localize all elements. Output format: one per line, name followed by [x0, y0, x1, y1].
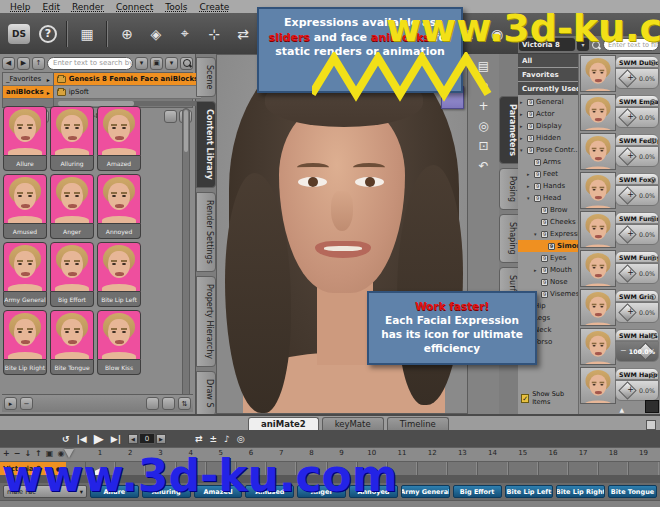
toolbar-tool-icon[interactable]: ⌖: [175, 24, 195, 44]
aniblock-button[interactable]: Annoyed: [349, 485, 398, 498]
track-cell[interactable]: [628, 462, 658, 475]
track-cell[interactable]: [145, 462, 175, 475]
tree-item[interactable]: ▸ 9 Hidden: [518, 132, 578, 144]
track-cell[interactable]: [417, 462, 447, 475]
toolbar-tool-icon[interactable]: ⇄: [233, 24, 253, 44]
frame-prev-button[interactable]: ◀: [128, 434, 138, 444]
track-cell[interactable]: [85, 462, 115, 475]
right-dock-tab[interactable]: Parameters: [499, 96, 519, 164]
slider-track[interactable]: − + 0.0%: [615, 263, 659, 284]
folder-item[interactable]: ipSoft: [54, 86, 202, 99]
left-dock-tab[interactable]: Render Settings: [196, 192, 216, 272]
increment-icon[interactable]: +: [627, 190, 634, 199]
nav-forward-button[interactable]: ▶: [17, 57, 30, 70]
left-dock-tab[interactable]: Draw S: [196, 371, 216, 416]
toolbar-tool-icon[interactable]: ⊹: [204, 24, 224, 44]
tree-item[interactable]: ▸ 9 Actor: [518, 108, 578, 120]
toolbar-tool-icon[interactable]: ◈: [146, 24, 166, 44]
expand-icon[interactable]: ▸: [520, 99, 525, 105]
deck-options-button[interactable]: [646, 420, 656, 430]
left-dock-tab[interactable]: Content Library: [196, 101, 216, 188]
track-cell[interactable]: [206, 462, 236, 475]
expression-thumbnail[interactable]: Army General: [3, 242, 47, 307]
help-icon[interactable]: ?: [39, 25, 57, 43]
expand-icon[interactable]: ▸: [527, 171, 532, 177]
right-dock-tab[interactable]: Posing: [499, 168, 519, 210]
expression-thumbnail[interactable]: Big Effort: [50, 242, 94, 307]
view-mode-button[interactable]: ▣: [150, 57, 163, 70]
expression-thumbnail[interactable]: Bite Lip Left: [97, 242, 141, 307]
toolbar-tool-icon[interactable]: ⊕: [117, 24, 137, 44]
content-remove-button[interactable]: −: [20, 397, 33, 410]
figure-selector[interactable]: Victoria 8: [519, 38, 575, 51]
tree-item[interactable]: 9 Eyes: [518, 252, 578, 264]
track-cell[interactable]: [508, 462, 538, 475]
menu-item[interactable]: Help: [4, 2, 37, 12]
aniblock-button[interactable]: Big Effort: [453, 485, 502, 498]
camera-control-icon[interactable]: ◎: [476, 118, 492, 134]
slider-track[interactable]: − + 0.0%: [615, 380, 659, 401]
search-dropdown-button[interactable]: ▾: [135, 57, 148, 70]
menu-item[interactable]: Create: [193, 2, 235, 12]
track-tool-icon[interactable]: ↑: [35, 449, 42, 458]
increment-icon[interactable]: +: [627, 385, 634, 394]
menu-item[interactable]: Render: [66, 2, 110, 12]
slider-track[interactable]: − + 0.0%: [615, 185, 659, 206]
track-tool-icon[interactable]: ↓: [24, 449, 31, 458]
camera-control-icon[interactable]: ↻: [476, 78, 492, 94]
expand-icon[interactable]: ▸: [520, 111, 525, 117]
track-cell[interactable]: [357, 462, 387, 475]
folder-item[interactable]: _Favorites▸: [3, 73, 53, 86]
track-tool-icon[interactable]: −: [14, 449, 21, 458]
increment-icon[interactable]: +: [627, 307, 634, 316]
parameter-group[interactable]: Favorites: [518, 68, 578, 81]
transport-icon[interactable]: ♪: [224, 434, 230, 444]
increment-icon[interactable]: +: [627, 229, 634, 238]
expand-icon[interactable]: ▾: [534, 231, 539, 237]
gear-icon[interactable]: [650, 216, 656, 222]
tree-item[interactable]: ▾ 9 Expressi...: [518, 228, 578, 240]
deck-tab[interactable]: keyMate: [322, 417, 384, 430]
menu-item[interactable]: Edit: [37, 2, 66, 12]
expand-icon[interactable]: ▸: [520, 135, 525, 141]
track-cell[interactable]: [266, 462, 296, 475]
camera-control-icon[interactable]: +: [476, 98, 492, 114]
expression-thumbnail[interactable]: Anger: [50, 174, 94, 239]
gear-icon[interactable]: [650, 333, 656, 339]
increment-icon[interactable]: +: [627, 151, 634, 160]
slider-track[interactable]: − + 0.0%: [615, 68, 659, 89]
deck-tab[interactable]: aniMate2: [248, 417, 319, 430]
track-tool-icon[interactable]: +: [3, 449, 10, 458]
track-cell[interactable]: [176, 462, 206, 475]
increment-icon[interactable]: +: [627, 112, 634, 121]
toolbar-tool-icon[interactable]: [106, 21, 108, 47]
search-input[interactable]: Enter text to search by...: [47, 57, 133, 70]
aniblock-button[interactable]: Army General: [401, 485, 450, 498]
aniblock-button[interactable]: Bite Lip Right: [556, 485, 605, 498]
expand-icon[interactable]: ▸: [520, 123, 525, 129]
aniblock-button[interactable]: Anger: [297, 485, 346, 498]
tree-item[interactable]: 9 SimonWM: [518, 240, 578, 252]
option-button-1[interactable]: [146, 397, 159, 410]
tree-item[interactable]: ▾ 9 Head: [518, 192, 578, 204]
increment-icon[interactable]: +: [627, 73, 634, 82]
left-dock-tab[interactable]: Scene: [196, 57, 216, 97]
tree-item[interactable]: 9 Arms: [518, 156, 578, 168]
deck-tab[interactable]: Timeline: [387, 417, 449, 430]
slider-track[interactable]: − + 100.0%: [615, 341, 659, 362]
playhead-icon[interactable]: [64, 449, 74, 458]
expression-thumbnail[interactable]: Bite Tongue: [50, 310, 94, 375]
slider-track[interactable]: − + 0.0%: [615, 146, 659, 167]
track-cell[interactable]: [447, 462, 477, 475]
expression-thumbnail[interactable]: Alluring: [50, 106, 94, 171]
track-label[interactable]: Victoria 8 ● ●: [0, 462, 66, 475]
decrement-icon[interactable]: −: [620, 346, 627, 355]
aniblock-button[interactable]: Allure: [90, 485, 139, 498]
transport-icon[interactable]: ▶: [94, 431, 104, 446]
transport-icon[interactable]: ↺: [62, 434, 70, 444]
aniblock-button[interactable]: Alluring: [142, 485, 191, 498]
panel-grip[interactable]: [645, 400, 659, 413]
folder-item[interactable]: aniBlocks▸: [3, 86, 53, 99]
sort-button[interactable]: [164, 110, 177, 123]
tree-item[interactable]: ▸ 9 Feet: [518, 168, 578, 180]
